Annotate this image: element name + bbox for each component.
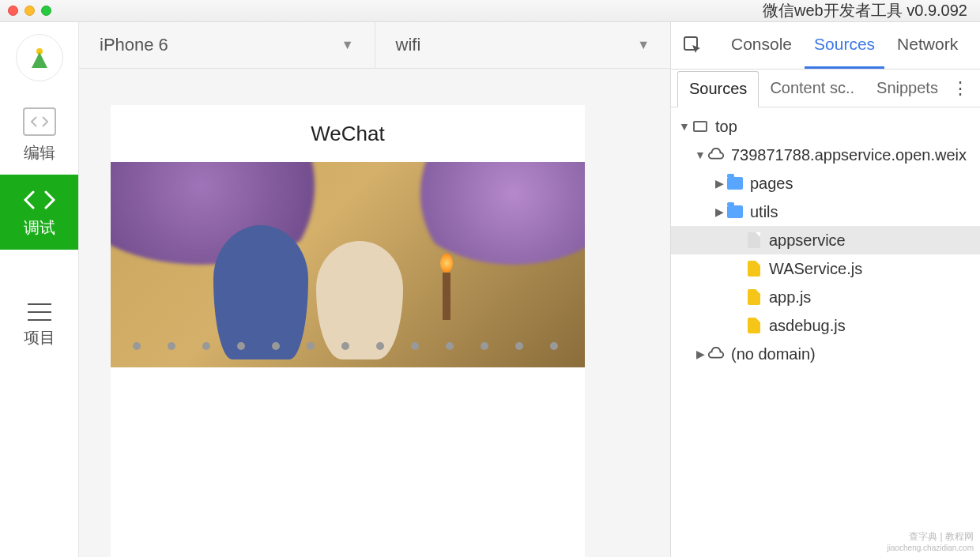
devtools-subtabs: Sources Content sc.. Snippets ⋮ — [671, 70, 980, 107]
network-select-value: wifi — [396, 35, 421, 55]
sources-tree: ▼ top ▼ 739871788.appservice.open.weix ▶… — [671, 107, 980, 557]
js-file-icon — [745, 260, 763, 277]
cloud-icon — [707, 345, 725, 363]
triangle-right-icon: ▶ — [712, 205, 726, 218]
sidebar-item-edit[interactable]: 编辑 — [0, 93, 78, 175]
file-icon — [745, 231, 763, 249]
sidebar-item-project[interactable]: 项目 — [0, 289, 78, 359]
tree-row-top[interactable]: ▼ top — [671, 112, 980, 141]
triangle-right-icon: ▶ — [712, 177, 726, 190]
js-file-icon — [745, 288, 763, 306]
simulator-toolbar: iPhone 6 ▼ wifi ▼ — [79, 22, 670, 69]
left-sidebar: 编辑 调试 项目 — [0, 22, 79, 557]
simulator-preview[interactable]: WeChat — [111, 105, 585, 557]
more-icon[interactable]: ⋮ — [952, 78, 971, 99]
frame-icon — [692, 118, 709, 135]
minimize-window-button[interactable] — [24, 6, 35, 16]
tab-sources[interactable]: Sources — [805, 23, 884, 69]
chevron-down-icon: ▼ — [637, 38, 650, 52]
menu-icon — [28, 303, 51, 321]
carousel-dots[interactable] — [133, 342, 585, 350]
tree-row-appjs[interactable]: app.js — [671, 283, 980, 311]
tree-row-pages[interactable]: ▶ pages — [671, 169, 980, 198]
devtools-panel: Console Sources Network Sources Content … — [670, 22, 980, 557]
subtab-snippets[interactable]: Snippets — [865, 70, 949, 107]
preview-title: WeChat — [111, 105, 585, 162]
subtab-sources[interactable]: Sources — [677, 71, 759, 107]
logo-icon — [16, 34, 63, 81]
close-window-button[interactable] — [8, 6, 18, 16]
device-select[interactable]: iPhone 6 ▼ — [79, 22, 375, 69]
triangle-right-icon: ▶ — [693, 348, 707, 360]
tab-console[interactable]: Console — [722, 23, 801, 69]
tree-row-domain[interactable]: ▼ 739871788.appservice.open.weix — [671, 141, 980, 169]
traffic-lights — [8, 6, 51, 16]
triangle-down-icon: ▼ — [693, 149, 707, 161]
maximize-window-button[interactable] — [41, 6, 51, 16]
watermark: 查字典 | 教程网 jiaocheng.chazidian.com — [887, 530, 974, 552]
window-titlebar: 微信web开发者工具 v0.9.092 — [0, 0, 980, 22]
devtools-tabs: Console Sources Network — [671, 22, 980, 70]
debug-icon — [24, 189, 55, 211]
js-file-icon — [745, 317, 763, 334]
sidebar-item-label: 编辑 — [24, 142, 55, 164]
sidebar-item-label: 调试 — [24, 217, 55, 239]
device-select-value: iPhone 6 — [100, 35, 168, 55]
main-layout: 编辑 调试 项目 iPhone 6 ▼ wifi ▼ WeChat — [0, 22, 980, 557]
chevron-down-icon: ▼ — [341, 38, 354, 52]
app-logo — [16, 22, 63, 93]
code-icon — [23, 107, 56, 136]
folder-icon — [726, 175, 744, 192]
window-title: 微信web开发者工具 v0.9.092 — [51, 0, 972, 21]
preview-image — [111, 162, 585, 367]
tree-row-asdebug[interactable]: asdebug.js — [671, 311, 980, 340]
tree-row-appservice[interactable]: appservice — [671, 226, 980, 254]
sidebar-item-debug[interactable]: 调试 — [0, 175, 78, 250]
network-select[interactable]: wifi ▼ — [375, 22, 671, 69]
tree-row-nodomain[interactable]: ▶ (no domain) — [671, 340, 980, 368]
triangle-down-icon: ▼ — [677, 120, 692, 133]
tab-network[interactable]: Network — [888, 23, 967, 69]
subtab-content-scripts[interactable]: Content sc.. — [759, 70, 865, 107]
tree-row-utils[interactable]: ▶ utils — [671, 198, 980, 226]
sidebar-item-label: 项目 — [24, 327, 55, 348]
center-panel: iPhone 6 ▼ wifi ▼ WeChat — [79, 22, 670, 557]
folder-icon — [726, 203, 744, 220]
cloud-icon — [707, 146, 725, 164]
tree-row-waservice[interactable]: WAService.js — [671, 254, 980, 283]
inspect-icon[interactable] — [679, 32, 707, 60]
